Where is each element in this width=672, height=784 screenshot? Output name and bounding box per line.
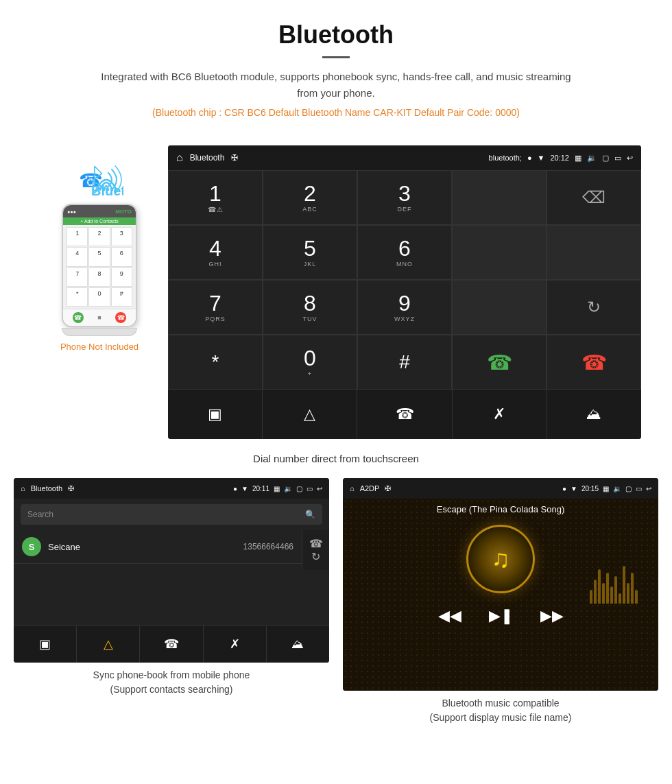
key-1[interactable]: 1☎⚠: [168, 170, 263, 225]
pb-body: S Seicane 13566664466 ☎ ↻: [14, 530, 329, 570]
pb-vol-icon: 🔉: [284, 485, 292, 492]
dial-bottom-phone[interactable]: ☎: [357, 390, 452, 439]
phone-key-9[interactable]: 9: [111, 268, 132, 287]
home-icon[interactable]: ⌂: [176, 152, 183, 164]
music-art-area: ♫: [343, 514, 658, 600]
phone-key-3[interactable]: 3: [111, 227, 132, 246]
music-equalizer: [590, 549, 638, 604]
backspace-button[interactable]: ⌫: [547, 170, 641, 225]
play-pause-button[interactable]: ▶❚: [489, 607, 513, 625]
phone-mock: ●●● MOTO + Add to Contacts 1 2 3 4 5 6 7…: [62, 204, 137, 327]
page-title: Bluetooth: [14, 21, 658, 49]
music-home-icon[interactable]: ⌂: [350, 484, 355, 492]
music-cam-icon: ▦: [603, 485, 609, 492]
key-star[interactable]: *: [168, 335, 263, 390]
pb-bottom-bluetooth[interactable]: ✗: [204, 626, 267, 663]
display-area: [452, 170, 547, 225]
phone-keypad: 1 2 3 4 5 6 7 8 9 * 0 #: [63, 225, 136, 309]
pb-back-icon[interactable]: ↩: [317, 485, 322, 492]
header-divider: [322, 56, 350, 58]
dial-bottom-contacts[interactable]: △: [263, 390, 357, 439]
phone-brand: MOTO: [115, 209, 132, 215]
phone-key-0[interactable]: 0: [88, 287, 110, 307]
car-screen-dial: ⌂ Bluetooth ✠ bluetooth; ● ▼ 20:12 ▦ 🔉 ▢…: [168, 145, 641, 439]
call-button[interactable]: ☎: [452, 335, 547, 390]
key-hash[interactable]: #: [357, 335, 452, 390]
eq-bar-9: [623, 566, 625, 604]
phone-key-8[interactable]: 8: [88, 268, 110, 287]
phone-key-1[interactable]: 1: [67, 227, 88, 246]
phone-call-button[interactable]: ☎: [73, 312, 84, 323]
dial-bottom-bluetooth[interactable]: ✗: [453, 390, 547, 439]
pb-search-icon[interactable]: 🔍: [305, 510, 315, 519]
music-screen-icon: ▭: [636, 485, 642, 492]
next-button[interactable]: ▶▶: [540, 607, 564, 625]
pb-home-icon[interactable]: ⌂: [21, 484, 25, 492]
key-3[interactable]: 3DEF: [357, 170, 452, 225]
phone-key-4[interactable]: 4: [67, 247, 88, 266]
phone-key-6[interactable]: 6: [111, 247, 132, 266]
phone-end-button[interactable]: ■: [94, 312, 105, 323]
music-bt-icon: ●: [562, 485, 566, 492]
pb-search-placeholder: Search: [27, 510, 53, 519]
key-5[interactable]: 5JKL: [263, 225, 357, 280]
bluetooth-signal-area: ☎ Bluetooth;: [75, 159, 123, 200]
phone-key-hash[interactable]: #: [111, 287, 132, 307]
phone-key-5[interactable]: 5: [88, 247, 110, 266]
music-song-title: Escape (The Pina Colada Song): [343, 499, 658, 514]
pb-status-bar: ⌂ Bluetooth ✠ ● ▼ 20:11 ▦ 🔉 ▢ ▭ ↩: [14, 478, 329, 499]
phone-key-7[interactable]: 7: [67, 268, 88, 287]
pb-bottom-phone[interactable]: ☎: [140, 626, 203, 663]
reload-button[interactable]: ↻: [547, 280, 641, 335]
pb-search-bar[interactable]: Search 🔍: [21, 504, 322, 525]
dial-bottom-link[interactable]: ⛰: [547, 390, 641, 439]
eq-bar-7: [614, 576, 617, 604]
key-4[interactable]: 4GHI: [168, 225, 263, 280]
wifi-icon: ▼: [538, 154, 545, 162]
music-note-icon: ♫: [492, 545, 510, 573]
pb-bottom-grid[interactable]: ▣: [14, 626, 77, 663]
phone-key-star[interactable]: *: [67, 287, 88, 307]
status-bar-left: ⌂ Bluetooth ✠: [176, 152, 238, 164]
back-icon[interactable]: ↩: [627, 154, 633, 163]
bt-signal-svg: [75, 159, 123, 200]
dial-bottom-grid[interactable]: ▣: [168, 390, 263, 439]
pb-cam-icon: ▦: [274, 485, 280, 492]
phone-hangup-button[interactable]: ☎: [115, 312, 126, 323]
key-8[interactable]: 8TUV: [263, 280, 357, 335]
volume-icon: 🔉: [587, 154, 597, 163]
pb-bt-icon: ●: [233, 485, 237, 492]
music-back-icon[interactable]: ↩: [646, 485, 651, 492]
phone-key-2[interactable]: 2: [88, 227, 110, 246]
contact-number: 13566664466: [243, 542, 293, 551]
contact-avatar: S: [22, 537, 41, 556]
music-vol-icon: 🔉: [613, 485, 621, 492]
key-0[interactable]: 0+: [263, 335, 357, 390]
key-6[interactable]: 6MNO: [357, 225, 452, 280]
music-app-name: A2DP: [360, 484, 380, 492]
phone-container: ☎ Bluetooth; ●●● MOTO: [31, 145, 168, 352]
phonebook-caption: Sync phone-book from mobile phone(Suppor…: [93, 668, 250, 697]
phone-carrier: ●●●: [67, 209, 76, 214]
music-screen-container: ⌂ A2DP ✠ ● ▼ 20:15 ▦ 🔉 ▢ ▭ ↩ Escap: [343, 478, 658, 691]
key-2[interactable]: 2ABC: [263, 170, 357, 225]
pb-side-reload-icon[interactable]: ↻: [311, 550, 320, 563]
empty-cell-2: [452, 225, 547, 280]
key-7[interactable]: 7PQRS: [168, 280, 263, 335]
screen-icon: ▭: [614, 154, 621, 163]
key-9[interactable]: 9WXYZ: [357, 280, 452, 335]
pb-side-call-icon[interactable]: ☎: [309, 537, 323, 550]
pb-bottom-link[interactable]: ⛰: [267, 626, 329, 663]
pb-bottom-contacts[interactable]: △: [77, 626, 140, 663]
prev-button[interactable]: ◀◀: [438, 607, 461, 625]
phone-home-button[interactable]: [62, 328, 137, 336]
table-row[interactable]: S Seicane 13566664466: [14, 530, 302, 564]
phone-add-contacts: + Add to Contacts: [63, 217, 136, 225]
empty-cell-3: [547, 225, 641, 280]
dial-app-name: Bluetooth: [190, 153, 225, 163]
dial-grid: 1☎⚠ 2ABC 3DEF ⌫ 4GHI 5JKL 6MNO 7PQRS 8TU…: [168, 170, 641, 390]
phonebook-block: ⌂ Bluetooth ✠ ● ▼ 20:11 ▦ 🔉 ▢ ▭ ↩ Search: [14, 478, 329, 725]
music-status-bar: ⌂ A2DP ✠ ● ▼ 20:15 ▦ 🔉 ▢ ▭ ↩: [343, 478, 658, 499]
hangup-button[interactable]: ☎: [547, 335, 641, 390]
pb-side-bar: ☎ ↻: [302, 530, 329, 570]
